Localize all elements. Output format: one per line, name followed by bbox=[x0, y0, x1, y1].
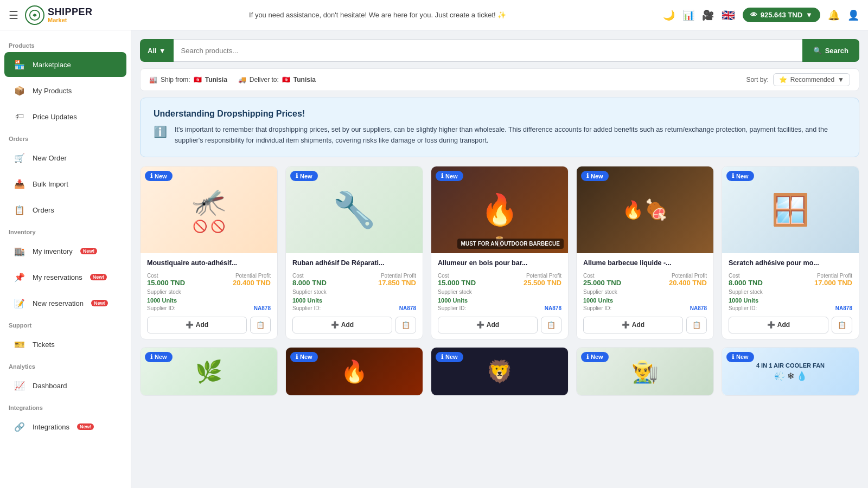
sidebar-item-label: Integrations bbox=[33, 423, 69, 431]
product-info-5: Scratch adhésive pour mo... Cost 8.000 T… bbox=[722, 253, 859, 339]
dark-mode-icon[interactable]: 🌙 bbox=[663, 9, 675, 21]
list-icon: 📋 bbox=[401, 321, 410, 329]
spreadsheet-icon[interactable]: 📊 bbox=[682, 9, 694, 21]
new-badge-product-3: ℹ New bbox=[436, 171, 463, 181]
detail-button-5[interactable]: 📋 bbox=[832, 317, 852, 333]
hamburger-icon[interactable]: ☰ bbox=[9, 9, 18, 22]
avatar-icon[interactable]: 👤 bbox=[847, 9, 859, 21]
product-card-10: 4 IN 1 AIR COOLER FAN 💨 ❄ 💧 ℹ New bbox=[722, 347, 859, 396]
stock-value-4: 1000 Units bbox=[583, 297, 613, 304]
cost-price-4: 25.000 TND bbox=[583, 279, 621, 287]
product-card-3: 🔥 🪵 ℹ New MUST FOR AN OUTDOOR BARBECUE A… bbox=[431, 166, 569, 339]
profit-price-3: 25.500 TND bbox=[524, 279, 561, 287]
action-row-3: ➕ Add 📋 bbox=[438, 317, 561, 333]
sidebar-item-orders[interactable]: 📋 Orders bbox=[4, 197, 126, 222]
chevron-down-icon: ▼ bbox=[806, 11, 813, 19]
sidebar-item-bulk-import[interactable]: 📥 Bulk Import bbox=[4, 171, 126, 196]
product-card-5: 🪟 ℹ New Scratch adhésive pour mo... Cost… bbox=[722, 166, 859, 339]
supplier-row-4: Supplier ID: NA878 bbox=[583, 305, 707, 311]
detail-button-2[interactable]: 📋 bbox=[395, 317, 416, 333]
sidebar-item-label: Marketplace bbox=[33, 61, 71, 69]
new-badge-product-7: ℹ New bbox=[290, 352, 318, 362]
logo: SHIPPER Market bbox=[25, 5, 93, 25]
product-image-8: 🦁 ℹ New bbox=[431, 348, 568, 396]
add-button-1[interactable]: ➕ Add bbox=[147, 317, 247, 333]
product-image-4: 🔥 🍖 ℹ New bbox=[577, 166, 713, 253]
add-button-5[interactable]: ➕ Add bbox=[729, 317, 828, 333]
sidebar-section-integrations: Integrations bbox=[0, 399, 131, 413]
search-input[interactable] bbox=[174, 39, 802, 62]
product-info-4: Allume barbecue liquide -... Cost 25.000… bbox=[577, 253, 713, 339]
supplier-row-1: Supplier ID: NA878 bbox=[147, 305, 271, 311]
language-flag-icon[interactable]: 🇬🇧 bbox=[722, 9, 735, 22]
product-card-8: 🦁 ℹ New bbox=[431, 347, 569, 396]
add-button-2[interactable]: ➕ Add bbox=[292, 317, 392, 333]
detail-button-4[interactable]: 📋 bbox=[686, 317, 707, 333]
deliver-to-filter: 🚚 Deliver to: 🇹🇳 Tunisia bbox=[238, 76, 316, 84]
stock-row-1: Supplier stock bbox=[147, 289, 271, 295]
plus-icon: ➕ bbox=[622, 321, 630, 329]
product-info-3: Allumeur en bois pour bar... Cost 15.000… bbox=[431, 253, 568, 339]
balance-button[interactable]: 👁 925.643 TND ▼ bbox=[743, 8, 820, 22]
search-all-button[interactable]: All ▼ bbox=[140, 39, 174, 62]
product-card-9: 👨‍🌾 ℹ New bbox=[576, 347, 714, 396]
add-button-3[interactable]: ➕ Add bbox=[438, 317, 538, 333]
plus-icon: ➕ bbox=[767, 321, 775, 329]
action-row-2: ➕ Add 📋 bbox=[292, 317, 416, 333]
navbar: ☰ SHIPPER Market If you need assistance,… bbox=[0, 0, 868, 30]
plus-icon: ➕ bbox=[186, 321, 194, 329]
cost-price-3: 15.000 TND bbox=[438, 279, 476, 287]
sidebar-item-new-order[interactable]: 🛒 New Order bbox=[4, 145, 126, 170]
product-image-2: 🔧 ℹ New bbox=[286, 166, 423, 253]
sidebar-item-integrations[interactable]: 🔗 Integrations New! bbox=[4, 414, 126, 439]
info-icon: ℹ️ bbox=[154, 125, 167, 138]
supplier-row-3: Supplier ID: NA878 bbox=[438, 305, 561, 311]
detail-button-3[interactable]: 📋 bbox=[541, 317, 561, 333]
notification-bell-icon[interactable]: 🔔 bbox=[828, 9, 840, 21]
info-circle-icon: ℹ bbox=[150, 354, 152, 361]
star-icon: ⭐ bbox=[779, 76, 787, 84]
product-info-2: Ruban adhésif De Réparati... Cost 8.000 … bbox=[286, 253, 423, 339]
orders-icon: 📋 bbox=[12, 202, 27, 217]
list-icon: 📋 bbox=[838, 321, 846, 329]
sort-select[interactable]: ⭐ Recommended ▼ bbox=[773, 73, 850, 86]
sidebar-item-new-reservation[interactable]: 📝 New reservation New! bbox=[4, 291, 126, 316]
logo-icon bbox=[25, 5, 44, 25]
sidebar-item-label: Price Updates bbox=[33, 113, 77, 121]
sidebar-item-price-updates[interactable]: 🏷 Price Updates bbox=[4, 104, 126, 129]
balance-amount: 925.643 TND bbox=[761, 11, 802, 19]
add-button-4[interactable]: ➕ Add bbox=[583, 317, 683, 333]
sidebar-item-label: My reservations bbox=[33, 273, 82, 281]
detail-button-1[interactable]: 📋 bbox=[250, 317, 271, 333]
profit-price-4: 20.400 TND bbox=[669, 279, 707, 287]
stock-row-4: Supplier stock bbox=[583, 289, 707, 295]
sidebar: Products 🏪 Marketplace 📦 My Products 🏷 P… bbox=[0, 30, 131, 488]
sidebar-item-label: Dashboard bbox=[33, 382, 67, 390]
product-title-3: Allumeur en bois pour bar... bbox=[438, 259, 561, 268]
products-grid: 🦟 🚫 🚫 ℹ New Moustiquaire auto-adhésif... bbox=[140, 166, 859, 339]
search-button[interactable]: 🔍 Search bbox=[802, 39, 859, 62]
sidebar-section-analytics: Analytics bbox=[0, 358, 131, 372]
sidebar-item-dashboard[interactable]: 📈 Dashboard bbox=[4, 373, 126, 398]
sidebar-item-tickets[interactable]: 🎫 Tickets bbox=[4, 332, 126, 357]
sidebar-item-my-products[interactable]: 📦 My Products bbox=[4, 78, 126, 103]
sidebar-item-label: New reservation bbox=[33, 299, 84, 307]
price-row-1: Cost 15.000 TND Potential Profit 20.400 … bbox=[147, 273, 271, 287]
price-row-4: Cost 25.000 TND Potential Profit 20.400 … bbox=[583, 273, 707, 287]
search-icon: 🔍 bbox=[813, 47, 822, 55]
my-inventory-icon: 🏬 bbox=[12, 243, 27, 259]
stock-value-3: 1000 Units bbox=[438, 297, 468, 304]
price-updates-icon: 🏷 bbox=[12, 109, 27, 124]
video-icon[interactable]: 🎥 bbox=[702, 9, 714, 21]
supplier-row-5: Supplier ID: NA878 bbox=[729, 305, 852, 311]
sidebar-item-label: My Products bbox=[33, 87, 72, 95]
sidebar-item-my-inventory[interactable]: 🏬 My inventory New! bbox=[4, 239, 126, 264]
ship-from-flag: 🇹🇳 bbox=[194, 76, 202, 84]
product-title-2: Ruban adhésif De Réparati... bbox=[292, 259, 416, 268]
search-input-wrap bbox=[174, 39, 802, 62]
action-row-1: ➕ Add 📋 bbox=[147, 317, 271, 333]
info-circle-icon: ℹ bbox=[732, 172, 734, 179]
supplier-id-1: NA878 bbox=[254, 305, 271, 311]
sidebar-item-my-reservations[interactable]: 📌 My reservations New! bbox=[4, 265, 126, 290]
sidebar-item-marketplace[interactable]: 🏪 Marketplace bbox=[4, 52, 126, 77]
